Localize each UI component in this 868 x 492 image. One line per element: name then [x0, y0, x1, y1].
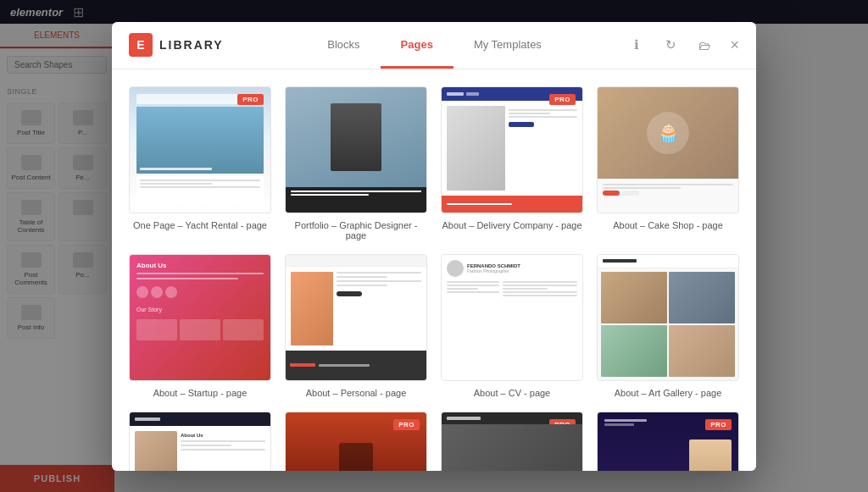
thumb-bottom [136, 176, 264, 206]
template-name-personal: About – Personal - page [285, 388, 427, 398]
template-thumb-personal [285, 254, 427, 381]
thumb-ph-silhouette [339, 443, 373, 471]
template-name-art-gallery: About – Art Gallery - page [597, 388, 739, 398]
thumb-card [180, 319, 220, 340]
tab-my-templates[interactable]: My Templates [453, 23, 562, 69]
template-name-about-startup: About – Startup - page [129, 388, 271, 398]
template-thumb-delivery: PRO [441, 86, 583, 213]
thumb-line-short [447, 288, 478, 290]
template-thumb-cv: FERNANDO SCHMIDT Fashion Photographer [441, 254, 583, 381]
template-thumb-art-gallery [597, 254, 739, 381]
thumb-nav [135, 417, 160, 421]
thumb-btn [337, 291, 362, 296]
thumb-line [181, 440, 265, 442]
pro-badge: PRO [705, 419, 732, 430]
template-card-news[interactable]: PRO JUSTICE TODAY Stay Honest - Stay Hon… [441, 412, 583, 471]
tab-blocks[interactable]: Blocks [307, 23, 380, 69]
template-card-about-startup[interactable]: About Us Our Story [129, 254, 271, 398]
thumb-cake-top: 🧁 [598, 87, 738, 179]
thumb-main [286, 267, 426, 351]
thumb-our-story: Our Story [136, 307, 264, 312]
template-card-cv[interactable]: FERNANDO SCHMIDT Fashion Photographer [441, 254, 583, 398]
thumb-line-short [291, 194, 369, 196]
thumb-red-section [442, 196, 582, 213]
thumb-n-hero: JUSTICE TODAY Stay Honest - Stay Honest [442, 424, 582, 471]
thumb-card [223, 319, 264, 340]
thumb-line [136, 273, 264, 274]
thumb-cake-circle: 🧁 [647, 112, 689, 154]
template-thumb-cake: PRO 🧁 [597, 86, 739, 213]
thumb-cv-name-area: FERNANDO SCHMIDT Fashion Photographer [467, 263, 520, 274]
tab-pages[interactable]: Pages [381, 23, 453, 69]
template-card-photographer[interactable]: PRO 2022 Excellent Jobsor test title A F… [285, 412, 427, 471]
thumb-a2-title: About Us [181, 433, 265, 438]
template-thumb-host: PRO [597, 412, 739, 471]
thumb-line [447, 285, 499, 286]
thumb-cv-left [447, 281, 499, 296]
thumb-line [503, 285, 577, 286]
thumb-nav-item [466, 92, 479, 96]
thumb-line-short [140, 183, 212, 185]
template-card-personal[interactable]: About – Personal - page [285, 254, 427, 398]
folder-button[interactable]: 🗁 [693, 33, 716, 57]
thumb-h-line [604, 419, 647, 422]
thumb-line-short [509, 113, 549, 114]
thumb-a2-text: About Us [181, 431, 265, 471]
template-card-portfolio[interactable]: PRO Portfolio – Graphic Designer - page [285, 86, 427, 240]
template-name-cake: About – Cake Shop - page [597, 220, 739, 230]
info-button[interactable]: ℹ [625, 33, 648, 57]
thumb-label [290, 363, 315, 367]
thumb-top-img [286, 87, 426, 187]
thumb-person [331, 103, 381, 171]
thumb-line-short [603, 187, 681, 189]
thumb-a2-content: About Us [130, 426, 270, 471]
thumb-line [503, 281, 577, 283]
thumb-line [509, 109, 577, 111]
template-thumb-about2: About Us [129, 412, 271, 471]
template-card-about2[interactable]: About Us About - page [129, 412, 271, 471]
thumb-line [140, 186, 260, 188]
thumb-a2-img [135, 431, 177, 471]
thumb-cv-header: FERNANDO SCHMIDT Fashion Photographer [447, 260, 577, 277]
thumb-cv-name: FERNANDO SCHMIDT [467, 263, 520, 268]
thumb-line-short [337, 285, 387, 286]
template-name-portfolio: Portfolio – Graphic Designer - page [285, 220, 427, 240]
template-card-host[interactable]: PRO Host - page [597, 412, 739, 471]
refresh-button[interactable]: ↻ [659, 33, 682, 57]
thumb-tag-row [603, 191, 733, 196]
thumb-gallery-img-3 [601, 325, 667, 377]
thumb-h-person [604, 429, 732, 471]
thumb-line-short [503, 288, 548, 290]
elementor-logo-icon: E [129, 33, 153, 57]
thumb-cv-section [447, 281, 577, 296]
pro-badge: PRO [393, 419, 420, 430]
template-thumb-yacht: PRO [129, 86, 271, 213]
thumb-card [136, 319, 177, 340]
thumb-about-startup-title: About Us [136, 262, 264, 269]
thumb-gallery-img-2 [669, 272, 735, 323]
template-thumb-about-startup: About Us Our Story [129, 254, 271, 381]
thumb-about-img [447, 106, 505, 191]
close-button[interactable]: × [730, 36, 739, 54]
thumb-cake-bottom [598, 179, 738, 213]
thumb-cv-right [503, 281, 577, 296]
thumb-about-text [509, 106, 577, 191]
modal-logo: E LIBRARY [129, 33, 224, 57]
thumb-cards [136, 319, 264, 340]
thumb-bottom [286, 351, 426, 380]
thumb-nav-item [447, 92, 464, 96]
template-name-yacht: One Page – Yacht Rental - page [129, 220, 271, 230]
thumb-line [603, 184, 733, 185]
modal-tabs: Blocks Pages My Templates [244, 22, 626, 68]
thumb-button [509, 122, 534, 127]
thumb-about-section [442, 101, 582, 196]
thumb-cv-title: Fashion Photographer [467, 268, 520, 274]
thumb-social [165, 286, 177, 298]
template-card-cake[interactable]: PRO 🧁 About – Cake [597, 86, 739, 240]
template-card-delivery[interactable]: PRO [441, 86, 583, 240]
template-card-art-gallery[interactable]: About – Art Gallery - page [597, 254, 739, 398]
template-card-yacht[interactable]: PRO One Page – Yacht Rental - page [129, 86, 271, 240]
thumb-tag [622, 191, 639, 196]
thumb-social [136, 286, 148, 298]
thumb-line [509, 116, 577, 118]
